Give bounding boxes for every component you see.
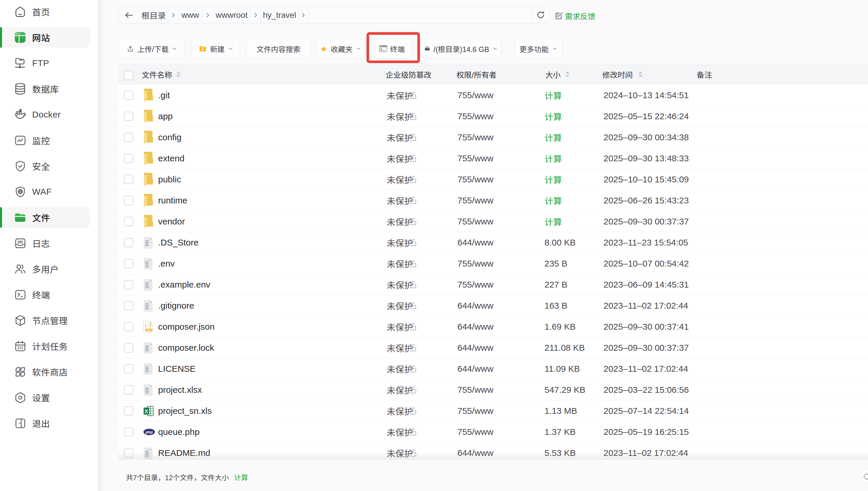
svg-text:JSON: JSON	[146, 328, 152, 331]
svg-text:php: php	[145, 430, 153, 434]
svg-text:X: X	[145, 409, 148, 414]
